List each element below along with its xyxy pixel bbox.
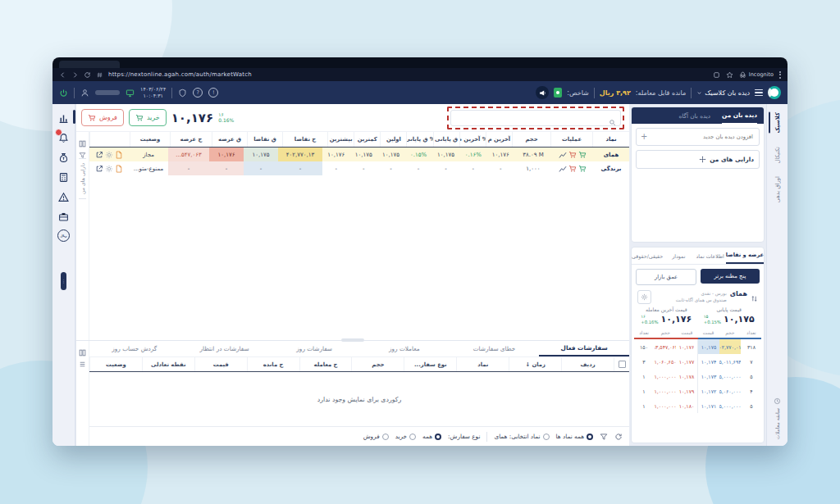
column-header[interactable]: نماد <box>592 132 629 147</box>
orders-tab[interactable]: معاملات روز <box>359 341 450 356</box>
market-watch-icon[interactable] <box>58 111 69 122</box>
column-header[interactable]: وضعیت <box>130 132 170 147</box>
symbol-detail-tab[interactable]: نمودار <box>663 247 694 264</box>
row-file-icon[interactable] <box>115 165 123 173</box>
search-box[interactable] <box>450 110 621 126</box>
column-header[interactable]: کمترین <box>354 132 380 147</box>
symbol-name[interactable]: همای <box>730 290 747 297</box>
user-icon[interactable] <box>80 89 89 98</box>
row-sell-cart-icon[interactable] <box>568 151 577 159</box>
info-icon[interactable]: ! <box>208 88 218 98</box>
watch-table-row[interactable]: برندگی۱,۰۰۰-----------ممنوع-متو... <box>89 161 629 175</box>
orders-column-header[interactable]: زمان ↓ <box>509 357 561 371</box>
orders-tab[interactable]: خطای سفارشات <box>450 341 540 356</box>
search-input[interactable] <box>455 114 605 122</box>
orderbook-row[interactable]: ۴۵,۰۶۰,۰۰۰۱۰,۱۷۲۱۰,۱۷۹۱,۰۰۰,۰۰۰۱ <box>632 384 764 398</box>
type-all-radio[interactable]: همه <box>422 433 441 440</box>
warning-triangle-icon[interactable] <box>58 190 69 201</box>
orderbook-row[interactable]: ۷۵,۰۱۱,۶۹۳۱۰,۱۷۴۱۰,۱۷۷۱,۰۶۰,۶۵۰۳ <box>632 354 764 369</box>
orders-column-header[interactable]: نقطه تعادلی <box>142 357 194 371</box>
nexto-logo[interactable] <box>768 86 781 99</box>
row-buy-cart-icon[interactable] <box>578 165 587 173</box>
column-header[interactable]: % ق پایانی <box>406 132 432 147</box>
columns-icon[interactable] <box>79 135 86 143</box>
top-five-quotes-button[interactable]: پنج مظنه برتر <box>701 269 760 284</box>
hamburger-menu-icon[interactable] <box>755 89 763 96</box>
column-header[interactable]: بیشترین <box>327 132 354 147</box>
online-trading-monitor-icon[interactable] <box>126 89 135 98</box>
money-bag-icon[interactable] <box>58 151 69 161</box>
column-header[interactable]: عملیات <box>550 132 592 147</box>
column-header[interactable]: ق تقاضا <box>247 132 282 147</box>
symbol-drag-icon[interactable] <box>751 290 758 297</box>
announcements-icon[interactable] <box>536 86 549 99</box>
tab-technical[interactable]: تکنیکال <box>774 147 781 164</box>
orders-column-header[interactable]: نوع سفار... <box>404 357 456 371</box>
type-buy-radio[interactable]: خرید <box>395 433 416 440</box>
gear-icon[interactable] <box>637 290 651 304</box>
column-header[interactable]: % آخرین م <box>459 132 486 147</box>
row-sell-cart-icon[interactable] <box>568 165 577 173</box>
orders-column-header[interactable]: ردیف <box>561 357 614 371</box>
orders-column-header[interactable]: ح مانده <box>247 357 299 371</box>
orderbook-row[interactable]: ۵۵,۰۰۰,۰۰۰۱۰,۱۷۱۱۰,۱۸۰۱,۰۰۰,۰۰۰۱ <box>632 398 764 413</box>
row-gear-icon[interactable] <box>105 165 113 173</box>
bookmark-star-icon[interactable] <box>726 71 733 79</box>
shield-icon[interactable] <box>178 89 187 98</box>
logout-power-icon[interactable] <box>59 89 68 98</box>
filter-icon[interactable] <box>79 147 86 154</box>
watchlist-selector[interactable]: دیده بان کلاسیک <box>696 89 750 97</box>
orders-tab[interactable]: سفارشات روز <box>269 341 359 356</box>
symbol-detail-tab[interactable]: عرضه و تقاضا <box>726 247 764 264</box>
url-text[interactable]: https://nextonline.agah.com/auth/marketW… <box>108 71 252 78</box>
plus-icon[interactable]: + <box>641 133 647 141</box>
panel-resize-handle[interactable] <box>341 338 364 342</box>
orders-column-header[interactable]: نماد <box>456 357 509 371</box>
watchlist-tab[interactable]: دیده بان من <box>722 107 757 125</box>
sidebar-collapse-handle[interactable]: ⋮ <box>61 272 66 290</box>
watchlist-tab[interactable]: دیده بان آگاه <box>678 107 710 124</box>
calculator-icon[interactable] <box>58 170 69 181</box>
row-external-link-icon[interactable] <box>95 151 103 159</box>
orderbook-row[interactable]: ۳۱۸۴۰۲,۷۷۰,۰۱۳۱۰,۱۷۵۱۰,۱۷۶۸۳,۵۴۷,۰۶۳۱۵۰ <box>632 339 764 354</box>
search-icon[interactable] <box>609 114 616 121</box>
drag-move-icon[interactable] <box>699 156 706 163</box>
row-chart-icon[interactable] <box>559 151 567 159</box>
watch-table-row[interactable]: همای۳۸.۰۹ M۱۰,۱۷۶۰.۱۶%۱۰,۱۷۵۰.۱۵%۱۰,۱۷۵۱… <box>89 148 629 161</box>
columns-icon[interactable] <box>79 344 86 352</box>
column-header[interactable]: ح عرضه <box>170 132 212 147</box>
active-watchlist-vertical-label[interactable]: دارایی های من <box>80 163 85 194</box>
symbol-detail-tab[interactable]: حقیقی/حقوقی <box>632 247 663 264</box>
row-external-link-icon[interactable] <box>95 165 103 173</box>
extension-icon[interactable] <box>713 71 720 79</box>
watchlist-item-my-assets[interactable]: دارایی های من <box>636 150 760 169</box>
tab-debt-securities[interactable]: اوراق بدهی <box>774 176 781 202</box>
refresh-icon[interactable] <box>614 433 623 441</box>
add-watchlist-row[interactable]: + <box>636 128 760 146</box>
briefcase-icon[interactable] <box>58 210 69 220</box>
add-watchlist-input[interactable] <box>647 133 755 141</box>
orders-tab[interactable]: سفارشات فعال <box>539 341 629 356</box>
type-sell-radio[interactable]: فروش <box>363 433 389 440</box>
back-icon[interactable] <box>59 71 66 79</box>
buy-button[interactable]: خرید <box>129 109 167 126</box>
orders-column-header[interactable]: حجم <box>351 357 404 371</box>
tab-classic[interactable]: کلاسیک <box>774 112 781 134</box>
selected-symbol-radio[interactable]: نماد انتخابی: همای <box>494 433 549 440</box>
symbol-detail-tab[interactable]: اطلاعات نماد <box>695 247 726 264</box>
forward-icon[interactable] <box>71 71 79 79</box>
row-gear-icon[interactable] <box>105 151 113 159</box>
orderbook-row[interactable]: ۵۵,۰۰۰,۰۰۰۱۰,۱۷۳۱۰,۱۷۸۱,۰۰۰,۰۰۰۱ <box>632 369 764 384</box>
sell-button[interactable]: فروش <box>81 109 124 126</box>
browser-tab[interactable] <box>59 61 120 68</box>
site-info-icon[interactable] <box>96 71 103 79</box>
browser-menu-icon[interactable] <box>779 71 781 79</box>
row-file-icon[interactable] <box>115 151 123 159</box>
reload-icon[interactable] <box>84 71 91 79</box>
row-buy-cart-icon[interactable] <box>578 151 587 159</box>
market-depth-button[interactable]: عمق بازار <box>636 269 696 285</box>
list-icon[interactable] <box>79 356 86 363</box>
trade-history-tab[interactable]: سابقه معاملات <box>774 397 781 439</box>
orders-tab[interactable]: گردش حساب روز <box>89 341 180 356</box>
orders-column-header[interactable]: ح معامله <box>299 357 352 371</box>
